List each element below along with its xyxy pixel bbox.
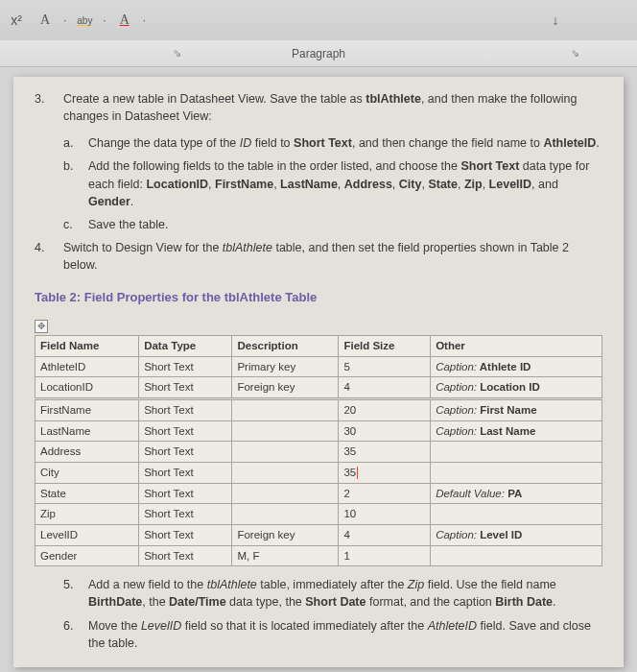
sub-letter: c.	[63, 216, 88, 233]
dialog-launcher-icon[interactable]: ⇘	[173, 47, 181, 60]
table-move-handle-icon[interactable]: ✥	[35, 320, 48, 333]
cell: LocationID	[35, 377, 139, 398]
table-name: tblAthlete	[366, 92, 421, 106]
field: FirstName	[215, 178, 273, 191]
table-row: LastNameShort Text30Caption: Last Name	[35, 420, 602, 442]
cell: Caption: First Name	[431, 399, 602, 420]
table-2-title: Table 2: Field Properties for the tblAth…	[35, 289, 602, 307]
table-row: AthleteIDShort TextPrimary key5Caption: …	[35, 356, 602, 377]
cell: Short Text	[139, 377, 232, 398]
font-grow-icon[interactable]: A	[35, 10, 56, 31]
cell: 5	[339, 356, 431, 377]
cell	[232, 463, 339, 484]
step-3a: a. Change the data type of the ID field …	[63, 134, 602, 152]
ribbon-font-group: x² A · aby · A · ↓	[0, 0, 637, 40]
cell: 20	[339, 399, 431, 420]
ribbon-paragraph-group: ⇘ Paragraph ⇘	[0, 40, 637, 67]
prop: Caption:	[436, 404, 477, 416]
cell: Default Value: PA	[431, 483, 602, 504]
cell	[232, 504, 339, 525]
text: .	[553, 595, 555, 609]
prop: Caption:	[436, 425, 477, 437]
text: Create a new table in Datasheet View. Sa…	[63, 92, 366, 106]
step-5: 5. Add a new field to the tblAthlete tab…	[63, 576, 602, 611]
prop: Caption:	[436, 361, 477, 372]
datatype: Short Text	[294, 136, 352, 150]
text: field so that it is located immediately …	[181, 619, 427, 633]
step-body: Switch to Design View for the tblAthlete…	[63, 239, 602, 274]
step-number: 5.	[63, 576, 88, 611]
table-row: StateShort Text2Default Value: PA	[35, 483, 602, 504]
font-color-icon[interactable]: A	[114, 10, 135, 31]
cell: Zip	[35, 504, 139, 525]
cell	[232, 420, 339, 442]
text: ,	[338, 178, 344, 191]
step-body: Move the LevelID field so that it is loc…	[88, 617, 602, 652]
cell: Short Text	[139, 442, 232, 463]
text: , and	[531, 178, 558, 191]
cell: Gender	[35, 545, 139, 566]
step-4: 4. Switch to Design View for the tblAthl…	[35, 239, 602, 274]
table-name: tblAthlete	[207, 578, 257, 591]
field: Zip	[408, 578, 424, 591]
sub-letter: b.	[63, 157, 88, 209]
step-6: 6. Move the LevelID field so that it is …	[63, 617, 602, 652]
text: Move the	[88, 619, 141, 633]
cell: Foreign key	[232, 377, 339, 398]
text: Change the data type of the	[88, 136, 240, 150]
cell: Short Text	[139, 545, 232, 566]
cell: LastName	[35, 420, 139, 442]
cell: 10	[339, 504, 431, 525]
paragraph-group-label: Paragraph	[292, 47, 345, 60]
cell: Caption: Location ID	[431, 377, 602, 398]
cell	[431, 442, 602, 463]
cell: Short Text	[139, 525, 232, 546]
field-name: ID	[240, 136, 252, 150]
dialog-launcher-icon[interactable]: ⇘	[571, 47, 579, 60]
cell: Address	[35, 442, 139, 463]
datatype: Short Text	[460, 159, 519, 173]
text: , and then change the field name to	[352, 136, 543, 150]
val: Level ID	[477, 529, 522, 540]
cell: 4	[339, 525, 431, 546]
cell	[232, 483, 339, 504]
val: Location ID	[477, 381, 540, 393]
down-arrow-icon[interactable]: ↓	[545, 10, 566, 31]
text: Switch to Design View for the	[63, 241, 223, 254]
table-header-row: Field Name Data Type Description Field S…	[35, 335, 602, 356]
col-other: Other	[431, 335, 602, 356]
cell	[232, 442, 339, 463]
prop: Default Value:	[436, 488, 505, 499]
step-body: Add a new field to the tblAthlete table,…	[88, 576, 602, 611]
prop: Caption:	[436, 529, 477, 540]
col-data-type: Data Type	[139, 335, 232, 356]
text: , the	[142, 595, 169, 609]
table-row: CityShort Text35	[35, 463, 602, 484]
superscript-icon[interactable]: x²	[6, 10, 27, 31]
text: ,	[208, 178, 215, 191]
document-page: 3. Create a new table in Datasheet View.…	[13, 77, 624, 667]
text: field to	[251, 136, 294, 150]
field: Zip	[464, 178, 483, 191]
col-field-size: Field Size	[339, 335, 431, 356]
field: Gender	[88, 195, 130, 208]
field: BirthDate	[88, 595, 142, 609]
cell: AthleteID	[35, 356, 139, 377]
text: ,	[392, 178, 399, 191]
sub-letter: a.	[63, 134, 88, 152]
cell: Caption: Last Name	[431, 420, 602, 442]
field: AthleteID	[428, 619, 477, 633]
field: LastName	[280, 178, 338, 191]
prop: Caption:	[436, 381, 477, 393]
highlight-icon[interactable]: aby	[74, 10, 95, 31]
text: Add the following fields to the table in…	[88, 159, 460, 173]
cell: 4	[339, 377, 431, 398]
sub-body: Save the table.	[88, 216, 602, 233]
val: Last Name	[477, 425, 535, 437]
cell: 30	[339, 420, 431, 442]
cell	[431, 545, 602, 566]
sub-body: Change the data type of the ID field to …	[88, 134, 602, 152]
field: LevelID	[489, 178, 531, 191]
field-name: AthleteID	[543, 136, 596, 150]
cell: Short Text	[139, 420, 232, 442]
